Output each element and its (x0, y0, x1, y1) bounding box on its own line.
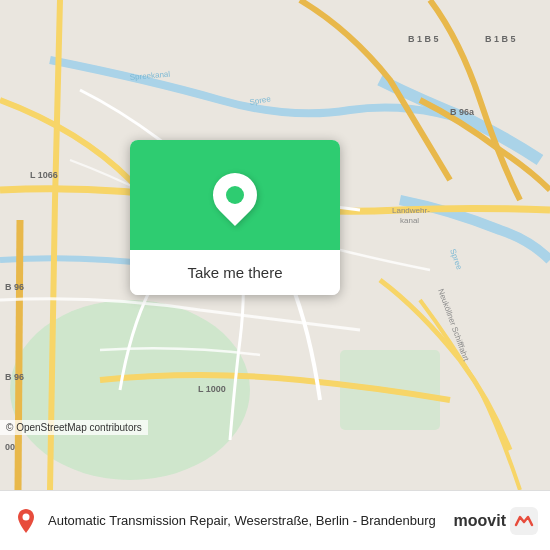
svg-text:B 96a: B 96a (450, 107, 475, 117)
location-card: Take me there (130, 140, 340, 295)
card-header (130, 140, 340, 250)
svg-text:B 96: B 96 (5, 282, 24, 292)
bottom-bar: Automatic Transmission Repair, Weserstra… (0, 490, 550, 550)
bottom-location-pin-icon (12, 507, 40, 535)
svg-text:B 96: B 96 (5, 372, 24, 382)
location-label: Automatic Transmission Repair, Weserstra… (48, 513, 446, 528)
moovit-icon (510, 507, 538, 535)
svg-text:Landwehr-: Landwehr- (392, 206, 430, 215)
map-view: L 1066 B 96 B 96 00 B 1 B 5 B 1 B 5 B 96… (0, 0, 550, 490)
take-me-there-button[interactable]: Take me there (130, 250, 340, 295)
svg-text:B 1 B 5: B 1 B 5 (485, 34, 516, 44)
svg-text:00: 00 (5, 442, 15, 452)
location-pin-icon (204, 164, 266, 226)
svg-text:L 1066: L 1066 (30, 170, 58, 180)
osm-attribution: © OpenStreetMap contributors (0, 420, 148, 435)
svg-text:B 1 B 5: B 1 B 5 (408, 34, 439, 44)
moovit-logo: moovit (454, 507, 538, 535)
svg-text:L 1000: L 1000 (198, 384, 226, 394)
svg-text:kanal: kanal (400, 216, 419, 225)
svg-point-17 (23, 513, 30, 520)
moovit-brand-text: moovit (454, 512, 506, 530)
